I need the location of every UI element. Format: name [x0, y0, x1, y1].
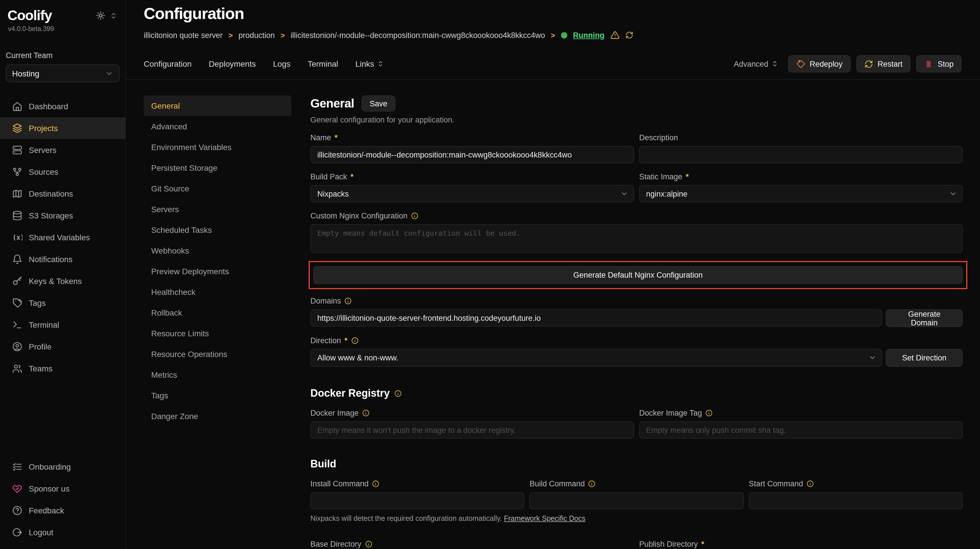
subnav-resource-operations[interactable]: Resource Operations — [144, 344, 291, 364]
info-icon[interactable] — [394, 390, 402, 397]
sidebar-item-shared-variables[interactable]: Shared Variables — [0, 226, 125, 248]
static-image-select[interactable]: nginx:alpine — [639, 185, 963, 202]
sidebar-item-feedback[interactable]: Feedback — [0, 500, 125, 521]
sidebar-item-teams[interactable]: Teams — [0, 358, 125, 379]
subnav-persistent-storage[interactable]: Persistent Storage — [144, 158, 291, 178]
divider — [126, 80, 980, 80]
app-logo[interactable]: Coolify — [8, 8, 52, 24]
breadcrumb-environment[interactable]: production — [239, 31, 275, 40]
sidebar-item-logout[interactable]: Logout — [0, 521, 125, 543]
subnav-general[interactable]: General — [144, 95, 291, 116]
sidebar-item-sponsor[interactable]: Sponsor us — [0, 478, 125, 500]
sidebar-item-keys-tokens[interactable]: Keys & Tokens — [0, 270, 125, 292]
start-command-label: Start Command — [749, 479, 803, 488]
info-icon[interactable] — [807, 480, 814, 487]
generate-nginx-config-button[interactable]: Generate Default Nginx Configuration — [313, 266, 963, 284]
stop-button[interactable]: Stop — [916, 55, 962, 72]
subnav-environment-variables[interactable]: Environment Variables — [144, 137, 291, 158]
subnav-resource-limits[interactable]: Resource Limits — [144, 323, 291, 344]
redeploy-icon — [796, 59, 805, 68]
sidebar-item-dashboard[interactable]: Dashboard — [0, 95, 125, 117]
key-icon — [12, 276, 22, 286]
tab-bar: Configuration Deployments Logs Terminal … — [144, 55, 980, 72]
info-icon[interactable] — [372, 480, 380, 487]
subnav-advanced[interactable]: Advanced — [144, 116, 291, 137]
required-asterisk: * — [701, 540, 705, 548]
nixpacks-note: Nixpacks will detect the required config… — [310, 514, 963, 522]
advanced-dropdown[interactable]: Advanced — [734, 59, 778, 68]
docker-image-tag-label: Docker Image Tag — [639, 409, 702, 417]
info-icon[interactable] — [411, 212, 418, 220]
framework-docs-link[interactable]: Framework Specific Docs — [504, 514, 585, 522]
subnav-servers[interactable]: Servers — [144, 199, 291, 220]
start-command-input[interactable] — [749, 492, 963, 509]
status-running-link[interactable]: Running — [573, 31, 605, 40]
section-title: General — [310, 97, 354, 110]
map-icon — [12, 189, 22, 199]
sidebar-item-tags[interactable]: Tags — [0, 292, 125, 314]
team-select[interactable]: Hosting — [6, 64, 119, 82]
info-icon[interactable] — [345, 297, 352, 305]
info-icon[interactable] — [351, 337, 358, 344]
build-command-input[interactable] — [530, 492, 744, 509]
breadcrumb-resource[interactable]: illicitestonion/-module--decomposition:m… — [291, 31, 545, 40]
sidebar-item-profile[interactable]: Profile — [0, 336, 125, 358]
help-circle-icon — [12, 505, 22, 516]
info-icon[interactable] — [588, 480, 596, 487]
sidebar-item-notifications[interactable]: Notifications — [0, 248, 125, 270]
description-input[interactable] — [639, 146, 963, 163]
tab-deployments[interactable]: Deployments — [209, 59, 256, 68]
restart-button[interactable]: Restart — [856, 55, 910, 72]
sidebar-item-sources[interactable]: Sources — [0, 161, 125, 183]
sidebar-item-s3-storages[interactable]: S3 Storages — [0, 205, 125, 226]
subnav-tags[interactable]: Tags — [144, 385, 291, 406]
main-panel: Configuration illicitonion quote server … — [126, 0, 980, 549]
sidebar-footer: Onboarding Sponsor us Feedback Logout — [0, 456, 125, 543]
generate-domain-button[interactable]: Generate Domain — [886, 309, 963, 327]
tab-logs[interactable]: Logs — [273, 59, 291, 68]
sidebar-item-onboarding[interactable]: Onboarding — [0, 456, 125, 478]
nginx-config-textarea[interactable] — [310, 224, 963, 253]
team-select-value: Hosting — [12, 69, 39, 78]
domains-input[interactable] — [310, 309, 882, 326]
subnav-healthcheck[interactable]: Healthcheck — [144, 282, 291, 302]
chevrons-up-down-icon — [377, 60, 384, 67]
restart-icon — [864, 59, 873, 68]
info-icon[interactable] — [362, 409, 369, 417]
info-icon[interactable] — [365, 540, 372, 548]
name-input[interactable] — [310, 146, 634, 163]
info-icon[interactable] — [706, 409, 713, 417]
subnav-scheduled-tasks[interactable]: Scheduled Tasks — [144, 220, 291, 240]
direction-label: Direction — [310, 336, 341, 345]
sidebar-item-terminal[interactable]: Terminal — [0, 314, 125, 336]
subnav-preview-deployments[interactable]: Preview Deployments — [144, 261, 291, 282]
tab-terminal[interactable]: Terminal — [308, 59, 338, 68]
sidebar-item-destinations[interactable]: Destinations — [0, 183, 125, 205]
subnav-danger-zone[interactable]: Danger Zone — [144, 406, 291, 426]
save-button[interactable]: Save — [361, 95, 395, 111]
build-command-label: Build Command — [530, 479, 585, 488]
general-form: General Save General configuration for y… — [310, 95, 963, 549]
base-directory-label: Base Directory — [310, 540, 361, 548]
docker-image-label: Docker Image — [310, 409, 359, 417]
docker-image-input[interactable] — [310, 422, 634, 439]
direction-select[interactable]: Allow www & non-www. — [310, 349, 882, 367]
subnav-webhooks[interactable]: Webhooks — [144, 240, 291, 261]
refresh-icon[interactable] — [625, 31, 633, 39]
tab-links[interactable]: Links — [355, 59, 384, 68]
chevrons-up-down-icon[interactable] — [110, 12, 117, 19]
build-pack-select[interactable]: Nixpacks — [310, 185, 634, 202]
docker-image-tag-input[interactable] — [639, 422, 963, 439]
install-command-input[interactable] — [310, 492, 525, 509]
warning-icon[interactable] — [610, 30, 619, 40]
sun-icon[interactable] — [96, 11, 105, 20]
subnav-rollback[interactable]: Rollback — [144, 302, 291, 323]
redeploy-button[interactable]: Redeploy — [788, 55, 850, 72]
breadcrumb-project[interactable]: illicitonion quote server — [144, 31, 223, 40]
sidebar-item-projects[interactable]: Projects — [0, 117, 125, 139]
sidebar-item-servers[interactable]: Servers — [0, 139, 125, 161]
tab-configuration[interactable]: Configuration — [144, 59, 192, 68]
subnav-git-source[interactable]: Git Source — [144, 178, 291, 199]
set-direction-button[interactable]: Set Direction — [886, 349, 963, 367]
subnav-metrics[interactable]: Metrics — [144, 364, 291, 385]
